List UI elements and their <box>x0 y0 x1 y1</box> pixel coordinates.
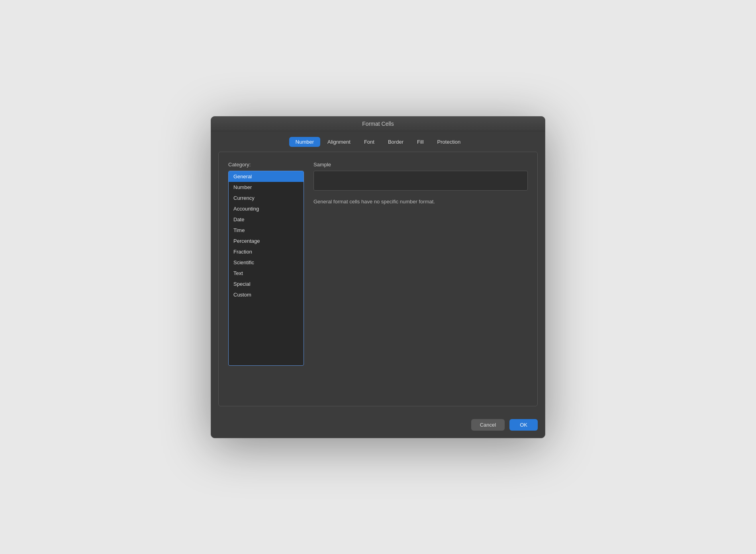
category-label: Category: <box>228 162 304 168</box>
sample-box <box>313 171 528 191</box>
category-item-percentage[interactable]: Percentage <box>229 236 304 246</box>
tab-alignment[interactable]: Alignment <box>321 137 357 147</box>
tabs-row: Number Alignment Font Border Fill Protec… <box>211 131 545 152</box>
dialog-title: Format Cells <box>362 121 394 127</box>
format-cells-dialog: Format Cells Number Alignment Font Borde… <box>211 116 545 438</box>
category-item-text[interactable]: Text <box>229 268 304 279</box>
category-item-general[interactable]: General <box>229 171 304 182</box>
category-list: General Number Currency Accounting Date … <box>228 171 304 366</box>
category-item-accounting[interactable]: Accounting <box>229 203 304 214</box>
description-text: General format cells have no specific nu… <box>313 198 528 206</box>
main-layout: Category: General Number Currency Accoun… <box>228 162 528 366</box>
category-item-number[interactable]: Number <box>229 182 304 193</box>
category-item-currency[interactable]: Currency <box>229 193 304 203</box>
content-area: Category: General Number Currency Accoun… <box>218 152 538 406</box>
tab-number[interactable]: Number <box>289 137 320 147</box>
right-section: Sample General format cells have no spec… <box>313 162 528 366</box>
tab-border[interactable]: Border <box>382 137 410 147</box>
category-item-date[interactable]: Date <box>229 214 304 225</box>
category-item-scientific[interactable]: Scientific <box>229 257 304 268</box>
tab-protection[interactable]: Protection <box>431 137 467 147</box>
ok-button[interactable]: OK <box>509 419 538 431</box>
category-section: Category: General Number Currency Accoun… <box>228 162 304 366</box>
tab-fill[interactable]: Fill <box>411 137 430 147</box>
category-item-custom[interactable]: Custom <box>229 289 304 300</box>
tab-font[interactable]: Font <box>358 137 381 147</box>
footer: Cancel OK <box>211 414 545 438</box>
category-item-special[interactable]: Special <box>229 279 304 289</box>
dialog-title-bar: Format Cells <box>211 117 545 131</box>
cancel-button[interactable]: Cancel <box>471 419 505 431</box>
sample-label: Sample <box>313 162 528 168</box>
category-item-fraction[interactable]: Fraction <box>229 246 304 257</box>
category-item-time[interactable]: Time <box>229 225 304 236</box>
